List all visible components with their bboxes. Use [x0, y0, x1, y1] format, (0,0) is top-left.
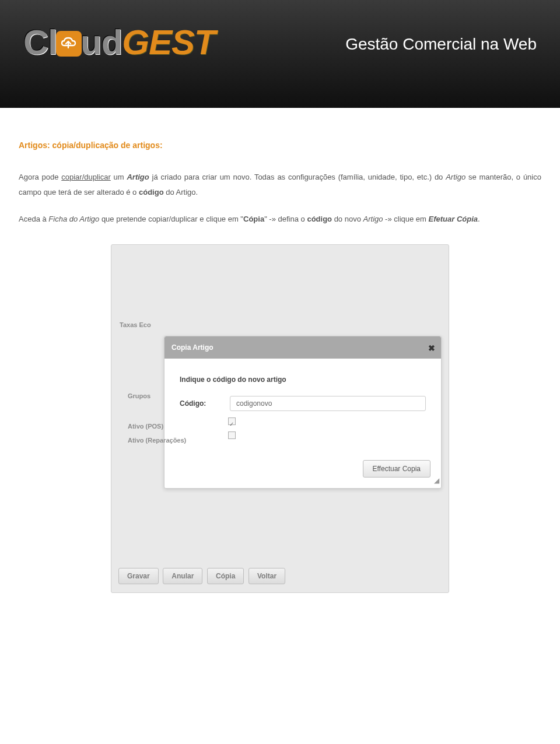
ativo-pos-checkbox[interactable]	[228, 417, 236, 425]
gravar-button[interactable]: Gravar	[118, 568, 159, 584]
section1-paragraph1: Agora pode copiar/duplicar um Artigo já …	[19, 170, 541, 200]
logo: CludGEST	[23, 22, 215, 62]
cloud-icon	[56, 31, 82, 57]
page-header: CludGEST Gestão Comercial na Web	[0, 0, 560, 108]
close-icon[interactable]: ✖	[428, 340, 435, 356]
logo-text-cl: Cl	[23, 23, 57, 62]
ativo-rep-checkbox[interactable]	[228, 431, 236, 439]
codigo-label: Código:	[180, 396, 220, 410]
logo-text-ud: ud	[80, 23, 122, 62]
anular-button[interactable]: Anular	[163, 568, 202, 584]
side-label-ativo-rep: Ativo (Reparações)	[120, 429, 186, 451]
section-title-1: Artigos: cópia/duplicação de artigos:	[19, 137, 541, 153]
codigo-input[interactable]	[230, 396, 426, 411]
side-label-grupos: Grupos	[120, 385, 150, 407]
resize-handle-icon[interactable]: ◢	[434, 473, 439, 487]
copia-button[interactable]: Cópia	[207, 568, 244, 584]
page-content: Artigos: cópia/duplicação de artigos: Ag…	[0, 108, 560, 744]
modal-header: Copia Artigo ✖	[164, 336, 441, 359]
modal-prompt: Indique o código do novo artigo	[180, 373, 426, 387]
header-tagline: Gestão Comercial na Web	[345, 35, 537, 54]
side-label-taxas: Taxas Eco	[111, 314, 449, 336]
button-bar: Gravar Anular Cópia Voltar	[111, 519, 449, 592]
section1-paragraph2: Aceda à Ficha do Artigo que pretende cop…	[19, 212, 541, 227]
screenshot-dialog: Taxas Eco Copia Artigo ✖ Indique o códig…	[111, 244, 449, 593]
effectuar-copia-button[interactable]: Effectuar Copia	[363, 460, 431, 478]
modal-title: Copia Artigo	[172, 343, 214, 352]
logo-text-gest: GEST	[122, 23, 215, 62]
voltar-button[interactable]: Voltar	[249, 568, 285, 584]
copy-artigo-modal: Copia Artigo ✖ Indique o código do novo …	[164, 336, 442, 489]
